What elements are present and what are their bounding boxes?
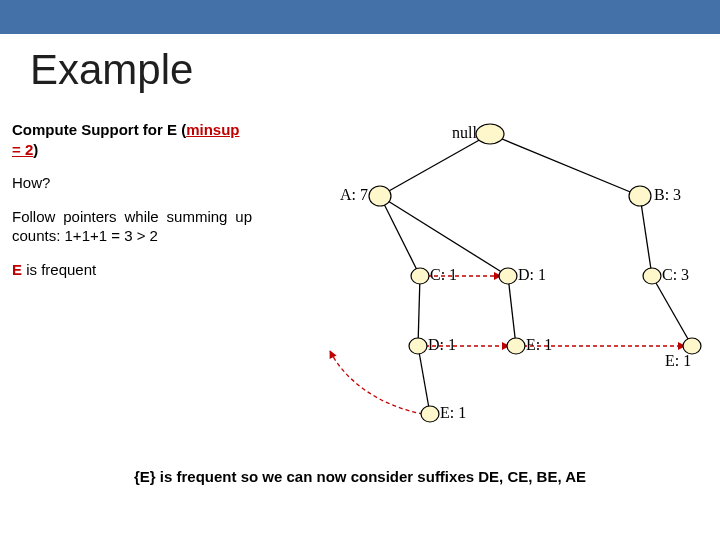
label-E1r: E: 1 bbox=[665, 352, 691, 369]
label-C1: C: 1 bbox=[430, 266, 457, 283]
label-null: null bbox=[452, 124, 477, 141]
freq-prefix: E bbox=[12, 261, 22, 278]
headline-prefix: Compute Support for E ( bbox=[12, 121, 186, 138]
e-is-frequent: E is frequent bbox=[12, 260, 252, 280]
edge-Dl-E1b bbox=[418, 346, 430, 414]
label-E1b: E: 1 bbox=[440, 404, 466, 421]
node-null bbox=[476, 124, 504, 144]
label-A: A: 7 bbox=[340, 186, 368, 203]
label-C3: C: 3 bbox=[662, 266, 689, 283]
node-B bbox=[629, 186, 651, 206]
node-E1m bbox=[507, 338, 525, 354]
headline-suffix: ) bbox=[33, 141, 38, 158]
compute-support-header: Compute Support for E (minsup = 2) bbox=[12, 120, 252, 159]
node-C3 bbox=[643, 268, 661, 284]
node-Dl bbox=[409, 338, 427, 354]
label-Dl: D: 1 bbox=[428, 336, 456, 353]
top-bar bbox=[0, 0, 720, 34]
edge-C1-Dl bbox=[418, 276, 420, 346]
freq-suffix: is frequent bbox=[22, 261, 96, 278]
edge-D1-E1m bbox=[508, 276, 516, 346]
follow-pointers-text: Follow pointers while summing up counts:… bbox=[12, 207, 252, 246]
footer-text: {E} is frequent so we can now consider s… bbox=[0, 468, 720, 485]
node-E1b bbox=[421, 406, 439, 422]
label-D1: D: 1 bbox=[518, 266, 546, 283]
edge-C3-E1r bbox=[652, 276, 692, 346]
fp-tree-svg: null A: 7 B: 3 C: 1 D: 1 C: 3 D: 1 E: 1 … bbox=[300, 116, 710, 436]
fp-tree-diagram: null A: 7 B: 3 C: 1 D: 1 C: 3 D: 1 E: 1 … bbox=[300, 116, 710, 436]
label-B: B: 3 bbox=[654, 186, 681, 203]
node-A bbox=[369, 186, 391, 206]
label-E1m: E: 1 bbox=[526, 336, 552, 353]
ptr-E1b-up bbox=[330, 351, 423, 414]
edge-B-C3 bbox=[640, 196, 652, 276]
node-D1 bbox=[499, 268, 517, 284]
edge-A-D1 bbox=[380, 196, 508, 276]
left-panel: Compute Support for E (minsup = 2) How? … bbox=[12, 120, 252, 293]
node-C1 bbox=[411, 268, 429, 284]
edge-null-B bbox=[490, 134, 640, 196]
edge-null-A bbox=[380, 134, 490, 196]
slide-title: Example bbox=[30, 46, 193, 94]
how-question: How? bbox=[12, 173, 252, 193]
